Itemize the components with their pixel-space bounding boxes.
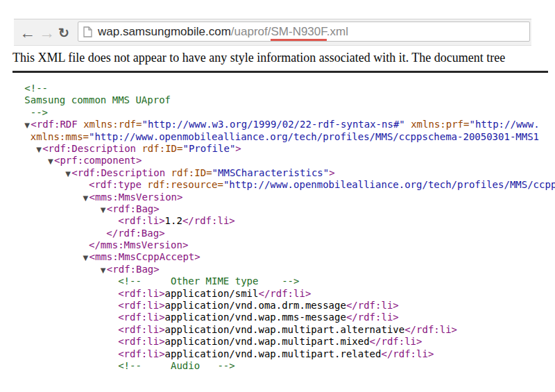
xml-segment-plain: [7, 155, 48, 166]
xml-segment-val: "http://www.w3.org/1999/02/22-rdf-syntax…: [142, 119, 404, 130]
xml-segment-tag: <rdf:li>: [118, 312, 164, 323]
xml-segment-plain: [7, 348, 118, 359]
xml-segment-tag: <rdf:RDF: [31, 119, 77, 130]
forward-button[interactable]: →: [39, 24, 55, 40]
xml-segment-tag: </rdf:li>: [381, 348, 434, 359]
xml-segment-tag: </rdf:Bag>: [106, 228, 164, 239]
xml-line: <rdf:li>application/vnd.wap.multipart.re…: [7, 348, 555, 360]
xml-segment-tag: <rdf:Bag>: [107, 203, 160, 214]
xml-segment-tag: <mms:MmsVersion>: [89, 191, 183, 203]
xml-segment-tag: <rdf:Description: [42, 143, 136, 154]
xml-segment-tag: <rdf:Description: [71, 167, 165, 178]
xml-segment-tag: <rdf:li>: [118, 348, 164, 359]
xml-segment-tag: </rdf:li>: [404, 324, 457, 335]
reload-button[interactable]: ↻: [58, 26, 69, 39]
collapse-arrow-icon[interactable]: ▼: [36, 144, 42, 155]
xml-line: <rdf:li>application/vnd.oma.drm.message<…: [7, 300, 555, 312]
xml-segment-tag: >: [329, 167, 334, 178]
url-path-prefix: /uaprof/: [231, 25, 271, 38]
collapse-arrow-icon[interactable]: ▼: [48, 155, 54, 167]
address-bar[interactable]: wap.samsungmobile.com/uaprof/SM-N930F.xm…: [78, 22, 530, 42]
collapse-arrow-icon[interactable]: ▼: [83, 252, 89, 264]
browser-toolbar: ← → ↻ wap.samsungmobile.com/uaprof/SM-N9…: [14, 19, 531, 46]
xml-line: ▼<rdf:Description rdf:ID="MMSCharacteris…: [7, 167, 555, 179]
xml-segment-plain: [7, 264, 101, 275]
xml-line: ▼<rdf:RDF xmlns:rdf="http://www.w3.org/1…: [7, 119, 555, 130]
xml-segment-val: "http://www.openmobilealliance.org/tech/…: [89, 131, 539, 142]
xml-segment-attr: xmlns:mms=: [31, 131, 89, 142]
xml-segment-text: application/vnd.oma.drm.message: [165, 300, 346, 311]
xml-line: <!-- Audio -->: [7, 360, 555, 372]
xml-line: <rdf:type rdf:resource="http://www.openm…: [7, 179, 555, 191]
xml-line: <rdf:li>application/vnd.wap.multipart.al…: [7, 324, 555, 336]
xml-segment-tag: </rdf:li>: [258, 288, 311, 299]
xml-segment-plain: [7, 167, 65, 178]
xml-line: ▼<mms:MmsVersion>: [7, 191, 555, 203]
xml-segment-attr: xmlns:prf=: [405, 119, 470, 130]
xml-segment-comment: <!--: [7, 83, 48, 94]
xml-segment-tag: <prf:component>: [54, 155, 142, 166]
xml-line: ▼<rdf:Description rdf:ID="Profile">: [7, 143, 555, 155]
xml-segment-tag: </rdf:li>: [182, 215, 235, 226]
collapse-arrow-icon[interactable]: ▼: [24, 119, 31, 131]
xml-segment-plain: [7, 312, 118, 323]
url-domain: wap.samsungmobile.com: [98, 25, 231, 38]
xml-line: ▼<prf:component>: [7, 155, 555, 167]
xml-segment-tag: </rdf:li>: [346, 300, 399, 311]
xml-segment-plain: [7, 300, 118, 311]
xml-segment-tag: <rdf:li>: [118, 336, 164, 347]
xml-segment-plain: [7, 131, 31, 142]
xml-segment-comment: <!-- Audio -->: [7, 360, 235, 371]
xml-segment-tag: >: [235, 143, 241, 154]
xml-segment-tag: </mms:MmsVersion>: [89, 239, 188, 250]
xml-segment-text: application/vnd.wap.multipart.related: [165, 348, 382, 359]
xml-line: Samsung common MMS UAprof: [7, 94, 555, 106]
page-document-icon: [83, 26, 92, 37]
xml-segment-text: application/vnd.wap.multipart.alternativ…: [165, 324, 405, 335]
xml-segment-val: "Profile": [182, 143, 235, 154]
xml-segment-plain: [7, 179, 89, 190]
xml-segment-plain: [7, 336, 118, 347]
xml-segment-plain: [7, 228, 106, 239]
xml-segment-attr: rdf:ID=: [165, 167, 212, 178]
separator-rule: [12, 71, 548, 73]
xml-segment-tag: <rdf:li>: [118, 324, 164, 335]
back-button[interactable]: ←: [19, 24, 35, 40]
collapse-arrow-icon[interactable]: ▼: [83, 192, 89, 204]
xml-line: <rdf:li>application/smil</rdf:li>: [7, 288, 555, 300]
collapse-arrow-icon[interactable]: ▼: [101, 204, 107, 216]
xml-segment-val: "http://www.: [469, 119, 539, 130]
xml-segment-tag: <rdf:Bag>: [107, 264, 160, 275]
xml-tree: <!-- Samsung common MMS UAprof --> ▼<rdf…: [7, 83, 555, 372]
xml-segment-text: application/vnd.wap.mms-message: [165, 312, 346, 323]
xml-segment-attr: rdf:resource=: [142, 179, 223, 190]
xml-segment-text: 1.2: [165, 215, 182, 226]
collapse-arrow-icon[interactable]: ▼: [101, 264, 107, 276]
xml-segment-plain: [7, 251, 83, 262]
xml-segment-tag: <rdf:li>: [118, 300, 164, 311]
xml-segment-plain: [7, 203, 101, 214]
url-suffix: .xml: [327, 25, 348, 38]
xml-segment-tag: <rdf:li>: [118, 288, 164, 299]
xml-no-style-message: This XML file does not appear to have an…: [12, 51, 505, 65]
xml-segment-text: application/smil: [165, 288, 259, 299]
xml-line: </mms:MmsVersion>: [7, 239, 555, 251]
url-highlighted-model: SM-N930F: [271, 25, 326, 41]
xml-segment-attr: xmlns:rdf=: [78, 119, 142, 130]
xml-segment-tag: <mms:MmsCcppAccept>: [89, 251, 200, 262]
collapse-arrow-icon[interactable]: ▼: [65, 168, 71, 180]
xml-segment-val: "http://www.openmobilealliance.org/tech/…: [223, 179, 555, 190]
xml-segment-plain: [7, 119, 24, 130]
xml-line: -->: [7, 107, 555, 119]
xml-line: </rdf:Bag>: [7, 228, 555, 239]
xml-line: <!-- Other MIME type -->: [7, 275, 555, 287]
xml-segment-tag: <rdf:li>: [118, 215, 164, 226]
xml-segment-plain: [7, 324, 118, 335]
xml-segment-plain: [7, 191, 83, 203]
xml-segment-plain: [7, 143, 36, 154]
xml-line: ▼<rdf:Bag>: [7, 264, 555, 275]
xml-segment-tag: </rdf:li>: [346, 312, 399, 323]
xml-segment-text: application/vnd.wap.multipart.mixed: [165, 336, 370, 347]
xml-line: <rdf:li>application/vnd.wap.multipart.mi…: [7, 336, 555, 348]
xml-segment-attr: rdf:ID=: [136, 143, 182, 154]
